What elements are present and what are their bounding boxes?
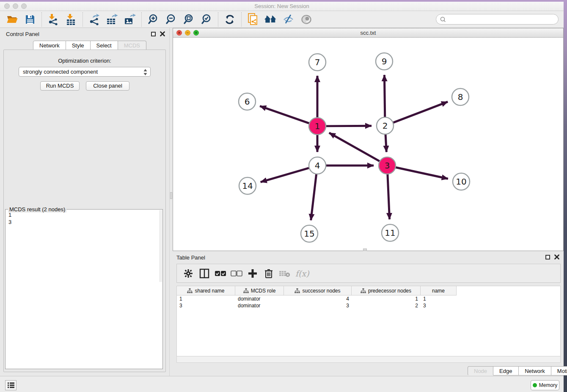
graph-node-8[interactable]: 8: [452, 88, 469, 105]
graph-edge[interactable]: [388, 174, 390, 219]
zoom-in-icon[interactable]: [146, 13, 160, 26]
graph-edge[interactable]: [329, 133, 380, 161]
graph-edge[interactable]: [260, 106, 309, 124]
tab-edge-table[interactable]: Edge Table: [493, 366, 519, 375]
cell-name[interactable]: 3: [421, 302, 457, 309]
window-minimize-button[interactable]: [13, 3, 18, 9]
column-header-mcds-role[interactable]: MCDS role: [235, 286, 284, 295]
horizontal-scrollbar[interactable]: [176, 356, 561, 363]
mcds-result-list[interactable]: 1 3: [6, 210, 162, 369]
show-panels-button[interactable]: [5, 380, 17, 390]
cell-predecessor-nodes[interactable]: 2: [352, 302, 421, 309]
table-row[interactable]: 1 dominator 4 1 1: [177, 295, 560, 302]
column-header-shared-name[interactable]: shared name: [177, 286, 235, 295]
export-table-icon[interactable]: [105, 13, 119, 26]
graph-node-1[interactable]: 1: [309, 118, 326, 135]
network-window-titlebar[interactable]: × − + scc.txt: [173, 28, 563, 38]
memory-button[interactable]: Memory: [531, 380, 559, 390]
mcds-result-group: 1 3 MCDS result (2 nodes): [5, 209, 163, 369]
table-row[interactable]: 3 dominator 3 2 3: [177, 302, 560, 309]
graph-edge[interactable]: [393, 102, 448, 122]
graph-node-3[interactable]: 3: [379, 157, 396, 174]
network-close-icon[interactable]: ×: [176, 30, 182, 36]
open-session-icon[interactable]: [6, 13, 19, 26]
graph-edge[interactable]: [396, 167, 448, 179]
graph-edge[interactable]: [326, 126, 372, 126]
graph-node-4[interactable]: 4: [309, 157, 326, 174]
create-column-icon[interactable]: [246, 267, 259, 280]
cell-mcds-role[interactable]: dominator: [235, 295, 284, 302]
hide-network-icon[interactable]: [282, 13, 295, 26]
export-image-icon[interactable]: [123, 13, 137, 26]
graph-node-6[interactable]: 6: [239, 93, 256, 110]
select-all-columns-icon[interactable]: [214, 267, 227, 280]
optimization-criterion-value: strongly connected component: [23, 69, 98, 75]
show-columns-icon[interactable]: [198, 267, 211, 280]
tab-style[interactable]: Style: [66, 41, 91, 50]
delete-columns-icon[interactable]: [262, 267, 275, 280]
graph-node-14[interactable]: 14: [239, 177, 256, 194]
cell-mcds-role[interactable]: dominator: [235, 302, 284, 309]
scrollbar[interactable]: [159, 210, 162, 282]
panel-splitter[interactable]: [169, 28, 173, 376]
cell-shared-name[interactable]: 1: [177, 295, 235, 302]
graph-node-2[interactable]: 2: [377, 117, 394, 134]
graph-node-7[interactable]: 7: [309, 54, 326, 71]
column-type-icon: [187, 288, 193, 293]
zoom-selected-icon[interactable]: [200, 13, 213, 26]
cell-predecessor-nodes[interactable]: 1: [352, 295, 421, 302]
toolbar-separator: [218, 12, 218, 27]
window-close-button[interactable]: [4, 3, 10, 9]
tab-motifs[interactable]: Motifs: [551, 366, 567, 375]
deselect-all-columns-icon[interactable]: [230, 267, 243, 280]
apply-preferred-layout-icon[interactable]: [223, 13, 237, 26]
show-network-icon[interactable]: [300, 13, 313, 26]
run-mcds-button[interactable]: Run MCDS: [40, 81, 80, 91]
export-network-icon[interactable]: [88, 13, 101, 26]
splitter-grip[interactable]: [170, 192, 172, 199]
close-panel-button[interactable]: Close panel: [86, 81, 129, 91]
optimization-criterion-select[interactable]: strongly connected component: [19, 67, 151, 77]
graph-edge[interactable]: [261, 168, 309, 182]
zoom-fit-icon[interactable]: [182, 13, 195, 26]
tab-network-table[interactable]: Network Table: [519, 366, 551, 375]
column-header-predecessor-nodes[interactable]: predecessor nodes: [352, 286, 421, 295]
column-header-successor-nodes[interactable]: successor nodes: [284, 286, 352, 295]
graph-edge[interactable]: [385, 134, 386, 152]
tab-node-table[interactable]: Node Table: [468, 366, 493, 375]
window-zoom-button[interactable]: [21, 3, 27, 9]
cell-name[interactable]: 1: [421, 295, 457, 302]
new-network-from-file-icon[interactable]: [246, 13, 260, 26]
table-settings-icon[interactable]: [182, 267, 195, 280]
cell-successor-nodes[interactable]: 3: [284, 302, 352, 309]
graph-edge[interactable]: [311, 174, 317, 220]
graph-node-15[interactable]: 15: [301, 225, 318, 242]
network-maximize-icon[interactable]: +: [193, 30, 199, 36]
graph-edge[interactable]: [384, 75, 385, 117]
tab-select[interactable]: Select: [91, 41, 118, 50]
float-window-icon[interactable]: [545, 255, 550, 259]
graph-node-11[interactable]: 11: [382, 224, 399, 241]
node-table[interactable]: shared name MCDS role successor nodes pr…: [176, 286, 561, 356]
search-input[interactable]: [436, 14, 559, 25]
float-window-icon[interactable]: [151, 32, 156, 36]
import-table-icon[interactable]: [64, 13, 78, 26]
horizontal-splitter-grip[interactable]: [363, 248, 367, 251]
graph-node-10[interactable]: 10: [453, 173, 470, 190]
close-panel-icon[interactable]: [554, 254, 559, 259]
zoom-out-icon[interactable]: [164, 13, 178, 26]
close-panel-icon[interactable]: [160, 31, 165, 36]
column-label: successor nodes: [302, 288, 340, 294]
save-session-icon[interactable]: [23, 13, 37, 26]
cell-shared-name[interactable]: 3: [177, 302, 235, 309]
mcds-result-item: 3: [8, 218, 162, 226]
network-minimize-icon[interactable]: −: [185, 30, 190, 36]
import-network-icon[interactable]: [47, 13, 60, 26]
network-graph[interactable]: 1234678910111415: [173, 38, 563, 251]
tab-network[interactable]: Network: [33, 41, 66, 50]
column-header-name[interactable]: name: [421, 286, 457, 295]
graph-node-9[interactable]: 9: [376, 53, 393, 70]
tab-mcds[interactable]: MCDS: [118, 41, 146, 50]
cell-successor-nodes[interactable]: 4: [284, 295, 352, 302]
home-icon[interactable]: [264, 13, 278, 26]
